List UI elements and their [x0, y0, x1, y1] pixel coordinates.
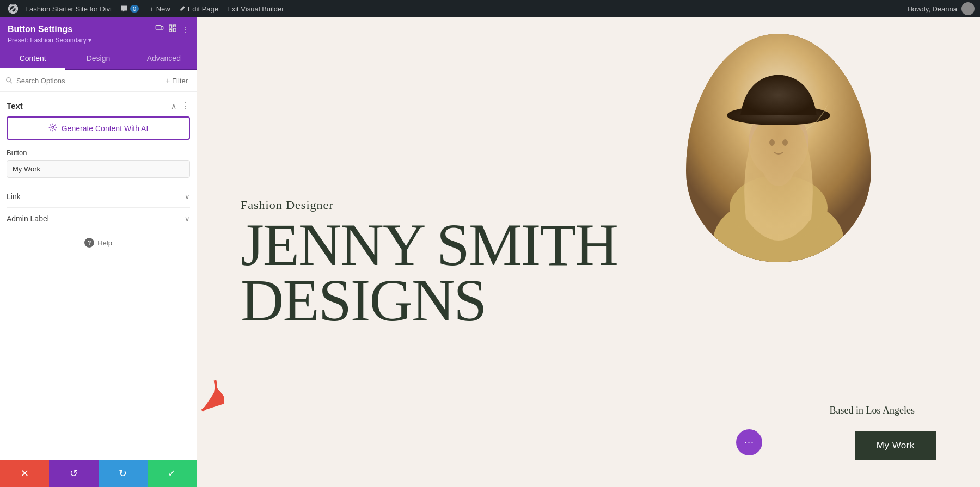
help-icon: ?: [84, 238, 94, 248]
svg-line-8: [10, 82, 12, 83]
undo-button[interactable]: ↺: [49, 460, 98, 487]
edit-page-label: Edit Page: [188, 5, 218, 13]
panel-tabs: Content Design Advanced: [0, 48, 197, 70]
admin-label-accordion: Admin Label ∨: [7, 208, 190, 230]
svg-point-7: [7, 78, 11, 82]
person-photo: [686, 34, 871, 262]
svg-rect-4: [173, 25, 176, 27]
svg-point-17: [769, 139, 775, 146]
admin-bar-right: Howdy, Deanna: [907, 2, 975, 15]
admin-label-chevron-icon: ∨: [185, 215, 190, 223]
edit-page-link[interactable]: Edit Page: [175, 5, 223, 13]
wp-admin-bar: Fashion Starter Site for Divi 0 + New Ed…: [0, 0, 980, 17]
filter-label: Filter: [172, 77, 188, 85]
my-work-label-canvas: My Work: [877, 440, 915, 451]
svg-rect-1: [156, 26, 161, 29]
site-name[interactable]: Fashion Starter Site for Divi: [25, 5, 112, 13]
admin-label-accordion-header[interactable]: Admin Label ∨: [7, 214, 190, 223]
designer-label: Fashion Designer: [241, 198, 617, 212]
cancel-button[interactable]: ✕: [0, 460, 49, 487]
exit-builder-link[interactable]: Exit Visual Builder: [223, 5, 289, 13]
howdy-label: Howdy, Deanna: [907, 5, 957, 13]
tab-design[interactable]: Design: [65, 48, 131, 69]
cancel-icon: ✕: [21, 467, 29, 479]
exit-builder-label: Exit Visual Builder: [227, 5, 284, 13]
text-section-chevron-icon[interactable]: ∧: [171, 102, 176, 110]
text-section-more-icon[interactable]: ⋮: [181, 101, 190, 111]
tab-content[interactable]: Content: [0, 48, 65, 70]
left-panel: Button Settings: [0, 17, 197, 487]
designer-name: JENNY SMITH DESIGNS: [241, 218, 617, 328]
my-work-button-canvas[interactable]: My Work: [855, 431, 936, 460]
name-line2: DESIGNS: [241, 273, 617, 328]
help-label: Help: [97, 239, 112, 247]
section-controls: ∧ ⋮: [171, 101, 190, 111]
ai-button-label: Generate Content With AI: [62, 124, 149, 133]
save-icon: ✓: [168, 467, 176, 479]
wordpress-logo-icon[interactable]: [5, 1, 21, 16]
svg-point-9: [52, 126, 54, 128]
text-section-title: Text: [7, 101, 23, 110]
name-line1: JENNY SMITH: [241, 218, 617, 273]
search-options-bar: + Filter: [0, 70, 197, 92]
button-field-label: Button: [7, 149, 190, 157]
svg-rect-3: [169, 25, 172, 28]
panel-header-icons: ⋮: [155, 24, 189, 34]
content-area: Fashion Designer JENNY SMITH DESIGNS Bas…: [197, 17, 980, 487]
person-silhouette-svg: [686, 34, 871, 262]
search-icon: [5, 77, 13, 84]
search-input[interactable]: [16, 77, 159, 85]
undo-icon: ↺: [70, 467, 78, 479]
panel-header: Button Settings: [0, 17, 197, 48]
comment-count: 0: [130, 5, 139, 13]
svg-rect-2: [161, 27, 163, 29]
dots-icon-canvas: ···: [744, 437, 754, 448]
admin-label-title: Admin Label: [7, 214, 49, 223]
new-label: New: [156, 5, 170, 13]
new-link[interactable]: + New: [145, 5, 175, 13]
panel-preset[interactable]: Preset: Fashion Secondary ▾: [8, 36, 189, 44]
layout-icon[interactable]: [168, 24, 177, 34]
avatar: [961, 2, 975, 15]
main-area: Button Settings: [0, 17, 980, 487]
dots-button-canvas[interactable]: ···: [736, 429, 762, 455]
based-label: Based in Los Angeles: [830, 405, 915, 416]
link-chevron-icon: ∨: [185, 193, 190, 201]
svg-rect-5: [173, 28, 176, 32]
redo-icon: ↻: [119, 467, 127, 479]
link-accordion-title: Link: [7, 192, 21, 201]
panel-title: Button Settings: [8, 24, 72, 34]
svg-rect-6: [169, 30, 172, 32]
tab-advanced[interactable]: Advanced: [131, 48, 197, 69]
bottom-toolbar: ✕ ↺ ↻ ✓: [0, 460, 197, 487]
help-row[interactable]: ? Help: [7, 230, 190, 255]
save-button[interactable]: ✓: [148, 460, 197, 487]
more-options-icon[interactable]: ⋮: [181, 25, 189, 34]
text-block: Fashion Designer JENNY SMITH DESIGNS: [241, 198, 617, 338]
responsive-icon[interactable]: [155, 24, 164, 34]
svg-point-18: [782, 139, 788, 146]
text-section-header: Text ∧ ⋮: [7, 101, 190, 111]
panel-content: Text ∧ ⋮ Generate Content With AI Button: [0, 92, 197, 460]
ai-icon: [48, 123, 57, 133]
button-text-input[interactable]: [7, 160, 190, 178]
model-image: [686, 34, 871, 262]
link-accordion: Link ∨: [7, 186, 190, 208]
page-canvas: Fashion Designer JENNY SMITH DESIGNS Bas…: [197, 17, 980, 487]
redo-button[interactable]: ↻: [99, 460, 148, 487]
filter-button[interactable]: + Filter: [162, 74, 191, 87]
generate-ai-button[interactable]: Generate Content With AI: [7, 116, 190, 140]
link-accordion-header[interactable]: Link ∨: [7, 192, 190, 201]
comment-bubble[interactable]: 0: [120, 5, 139, 13]
